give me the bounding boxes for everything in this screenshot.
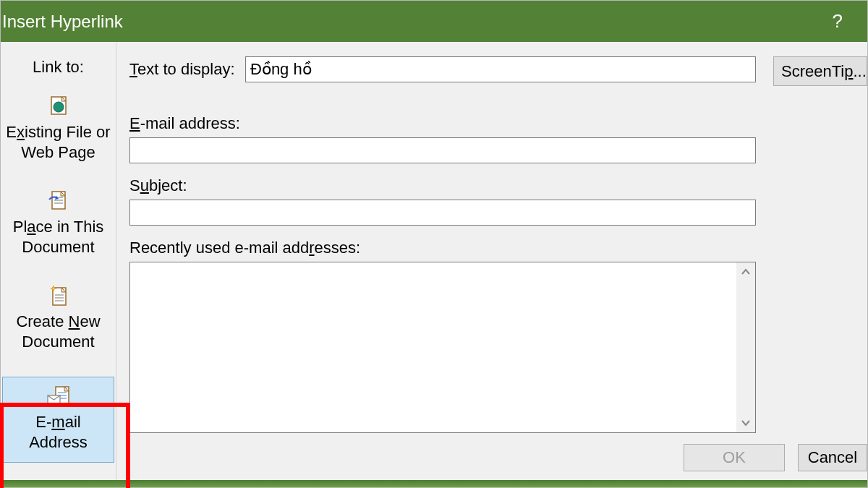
footer-buttons: OK Cancel bbox=[684, 444, 867, 471]
scrollbar[interactable] bbox=[736, 262, 755, 432]
nav-create-new-doc[interactable]: Create New Document bbox=[2, 276, 114, 362]
cancel-button[interactable]: Cancel bbox=[798, 444, 867, 471]
help-icon[interactable]: ? bbox=[818, 10, 857, 33]
email-icon bbox=[46, 383, 71, 408]
place-in-doc-icon bbox=[46, 188, 71, 213]
nav-label: Place in This Document bbox=[6, 217, 111, 257]
link-to-label: Link to: bbox=[1, 49, 116, 82]
recently-used-listbox[interactable] bbox=[129, 262, 756, 433]
nav-existing-file[interactable]: Existing File or Web Page bbox=[2, 87, 114, 173]
scroll-down-icon[interactable] bbox=[736, 414, 755, 432]
text-to-display-label: Text to display: bbox=[129, 60, 245, 79]
file-web-icon bbox=[46, 93, 71, 118]
subject-input[interactable] bbox=[129, 200, 756, 226]
nav-label: Existing File or Web Page bbox=[6, 122, 111, 162]
nav-label: Create New Document bbox=[6, 312, 111, 351]
dialog-body: Link to: Existing File or Web Page bbox=[1, 42, 867, 480]
bottom-border-bar bbox=[1, 480, 867, 487]
email-address-input[interactable] bbox=[129, 137, 756, 163]
email-address-label: E-mail address: bbox=[129, 114, 867, 133]
scroll-up-icon[interactable] bbox=[736, 262, 755, 281]
new-doc-icon bbox=[46, 283, 71, 307]
titlebar: Insert Hyperlink ? bbox=[1, 1, 867, 42]
recently-used-label: Recently used e-mail addresses: bbox=[129, 239, 867, 257]
ok-button: OK bbox=[684, 444, 785, 471]
nav-place-in-doc[interactable]: Place in This Document bbox=[2, 181, 114, 267]
nav-email-address[interactable]: E-mail Address bbox=[2, 377, 114, 463]
main-panel: Text to display: ScreenTip... E-mail add… bbox=[116, 42, 867, 480]
subject-label: Subject: bbox=[129, 176, 867, 195]
text-to-display-input[interactable] bbox=[245, 56, 756, 82]
link-to-sidebar: Link to: Existing File or Web Page bbox=[1, 42, 116, 480]
insert-hyperlink-dialog: Insert Hyperlink ? Link to: Existing Fil… bbox=[0, 0, 868, 488]
nav-label: E-mail Address bbox=[6, 412, 111, 452]
dialog-title: Insert Hyperlink bbox=[2, 12, 818, 32]
screentip-button[interactable]: ScreenTip... bbox=[773, 56, 867, 86]
